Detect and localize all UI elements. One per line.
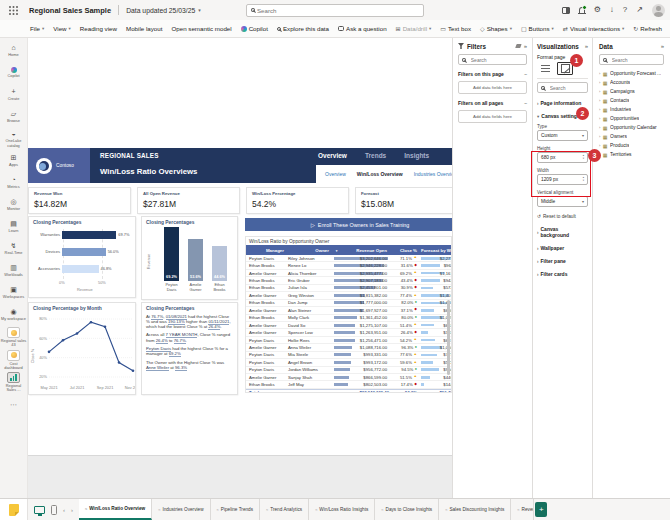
table-row[interactable]: Peyton DavisHollie Rees$1,256,471.0054.2…	[246, 337, 452, 344]
table-row[interactable]: Amelie GarnerAlicia Thornber$2,935,477.0…	[246, 270, 452, 277]
vertical-alignment-select[interactable]: Middle▾	[537, 196, 588, 207]
data-table-products[interactable]: ›▦Products	[599, 141, 664, 150]
filters-search-input[interactable]	[469, 56, 523, 64]
notifications-icon[interactable]	[579, 7, 585, 13]
kpi-card-revenue-won[interactable]: Revenue Won$14.82M	[28, 187, 131, 214]
line-chart-svg[interactable]: 20%40%60%80%May 2021Jul 2021Sep 2021Nov …	[29, 311, 136, 395]
menu-item-data-drill[interactable]: ⊞Data/drill▾	[396, 25, 432, 32]
page-tab-win-loss-ratio-overview[interactable]: ≈Win/Loss Ratio Overview	[79, 499, 152, 520]
add-data-fields-dropzone[interactable]: Add data fields here	[458, 81, 527, 94]
data-table-industries[interactable]: ›▦Industries	[599, 105, 664, 114]
page-tab-win-loss-ratio-insights[interactable]: ≈Win/Loss Ratio Insights	[309, 499, 375, 520]
table-row[interactable]: Ethan BrooksMolly Clark$1,361,452.0080.0…	[246, 315, 452, 322]
app-launcher-icon[interactable]	[5, 2, 21, 18]
add-page-button[interactable]: +	[535, 502, 547, 517]
share-icon[interactable]: ↗	[636, 6, 643, 14]
page-tab-trend-analytics[interactable]: ≈Trend Analytics	[260, 499, 309, 520]
bar-row-devices[interactable]: Devices56.0%	[33, 247, 119, 256]
page-tab-industries-overview[interactable]: ≈Industries Overview	[152, 499, 210, 520]
stepper-icon[interactable]: ▴▾	[583, 155, 584, 160]
kpi-card-win-loss-percentage[interactable]: Win/Loss Percentage54.2%	[246, 187, 349, 214]
menu-item-file[interactable]: File▾	[30, 25, 44, 32]
page-tab-days-to-close-insights[interactable]: ≈Days to Close Insights	[375, 499, 439, 520]
section-filter-cards[interactable]: ›Filter cards	[537, 271, 588, 277]
help-icon[interactable]: ?	[623, 6, 627, 14]
banner-subnav-industries-overview[interactable]: Industries Overview	[414, 171, 452, 177]
collapse-pane-icon[interactable]: »	[661, 43, 664, 49]
data-table-territories[interactable]: ›▦Territories	[599, 150, 664, 159]
filters-on-page-section[interactable]: Filters on this page–	[458, 71, 527, 77]
table-row[interactable]: Peyton DavisJordan Williams$956,772.0094…	[246, 367, 452, 374]
collapse-pane-icon[interactable]: »	[524, 43, 527, 49]
section-canvas-background[interactable]: ›Canvas background	[537, 226, 588, 238]
section-page-information[interactable]: ›Page information	[537, 100, 588, 106]
search-input[interactable]	[255, 6, 419, 15]
menu-item-visual-interactions[interactable]: ⇄Visual interactions▾	[563, 25, 624, 32]
table-row[interactable]: Amelie GarnerSpencer Low$1,263,951.0026.…	[246, 329, 452, 336]
table-row[interactable]: Ethan BrooksDan Jump$1,777,000.0082.0%●$…	[246, 300, 452, 307]
sidebar-item-regional-sales[interactable]: Regional Sales ...	[0, 371, 28, 394]
column-header-revenue-open[interactable]: ▼Revenue Open	[333, 248, 389, 253]
banner-nav-trends[interactable]: Trends	[365, 152, 386, 159]
menu-item-mobile-layout[interactable]: Mobile layout	[126, 25, 162, 32]
download-icon[interactable]: ↓	[610, 6, 614, 14]
smart-narrative-visual[interactable]: Closing Percentages At 76.7%, 01/08/2021…	[141, 302, 238, 395]
data-table-opportunity-calendar[interactable]: ›▦Opportunity Calendar	[599, 123, 664, 132]
settings-gear-icon[interactable]: ⚙	[594, 6, 601, 14]
data-point[interactable]	[132, 369, 135, 372]
banner-subnav-overview[interactable]: Overview	[325, 171, 346, 177]
data-table-opportunities[interactable]: ›▦Opportunities	[599, 114, 664, 123]
sidebar-item-onelake-catalog[interactable]: ◒OneLake catalog	[0, 128, 28, 150]
sidebar-item-apps[interactable]: ⊞Apps	[0, 150, 28, 172]
data-point[interactable]	[90, 320, 93, 323]
bar-row-warranties[interactable]: Warranties69.7%	[33, 230, 129, 239]
collapse-section-icon[interactable]: –	[524, 100, 527, 106]
sidebar-item-copilot[interactable]: Copilot	[0, 62, 28, 84]
report-canvas[interactable]: Contoso REGIONAL SALES Win/Loss Ratio Ov…	[28, 38, 452, 455]
menu-item-view[interactable]: View▾	[53, 25, 71, 32]
filters-search[interactable]	[458, 54, 527, 65]
add-data-fields-dropzone[interactable]: Add data fields here	[458, 110, 527, 123]
banner-nav-insights[interactable]: Insights	[404, 152, 429, 159]
page-tab-sales-discounting-insights[interactable]: ≈Sales Discounting Insights	[439, 499, 511, 520]
bottom-left-app-tab[interactable]	[0, 499, 28, 520]
sidebar-item-browse[interactable]: ▱Browse	[0, 106, 28, 128]
sidebar-item-regional-sales-43[interactable]: Regional sales 43	[0, 326, 28, 349]
sidebar-item-real-time[interactable]: ↯Real-Time	[0, 238, 28, 260]
sidebar-item-create[interactable]: +Create	[0, 84, 28, 106]
menu-item-text-box[interactable]: ▭Text box	[440, 25, 471, 32]
closing-percentages-column-chart[interactable]: Closing Percentages Revenue69.2%Peyton D…	[141, 216, 238, 300]
column-header-forecast-by-win-loss[interactable]: Forecast by Win/Loss	[419, 248, 452, 253]
banner-subnav-win-loss-overview[interactable]: Win/Loss Overview	[357, 171, 403, 177]
data-table-contacts[interactable]: ›▦Contacts	[599, 96, 664, 105]
table-row[interactable]: Amelie GarnerAlan Steiner$1,697,927.0037…	[246, 307, 452, 314]
sidebar-item-home[interactable]: ⌂Home	[0, 40, 28, 62]
data-point[interactable]	[118, 361, 121, 364]
menu-item-explore-this-data[interactable]: Explore this data	[277, 25, 329, 32]
kpi-card-all-open-revenue[interactable]: All Open Revenue$27.81M	[137, 187, 240, 214]
menu-item-open-semantic-model[interactable]: Open semantic model	[171, 25, 231, 32]
format-search[interactable]	[537, 82, 588, 93]
data-updated-label[interactable]: Data updated 25/03/25	[126, 7, 195, 14]
page-tab-revenue-insights[interactable]: ≈Revenue Insights	[511, 499, 534, 520]
section-filter-pane[interactable]: ›Filter pane	[537, 258, 588, 264]
data-table-accounts[interactable]: ›▦Accounts	[599, 78, 664, 87]
data-column-peyton-davis[interactable]	[164, 227, 179, 281]
stepper-icon[interactable]: ▴▾	[583, 177, 584, 182]
menu-item-copilot[interactable]: Copilot	[241, 25, 268, 32]
data-point[interactable]	[62, 338, 65, 341]
closing-percentage-by-month-line-chart[interactable]: Closing Percentage by Month 20%40%60%80%…	[28, 302, 136, 395]
data-search-input[interactable]	[610, 56, 660, 64]
build-visual-tab[interactable]	[537, 62, 553, 75]
filters-on-all-pages-section[interactable]: Filters on all pages–	[458, 100, 527, 106]
user-avatar[interactable]	[652, 4, 665, 17]
table-row[interactable]: Amelie GarnerAnna Weiler$1,088,716.0096.…	[246, 344, 452, 351]
menu-item-buttons[interactable]: ▢Buttons▾	[521, 25, 554, 32]
canvas-scrollbar[interactable]	[447, 300, 450, 375]
sidebar-item-metrics[interactable]: ◔Metrics	[0, 172, 28, 194]
table-row[interactable]: Peyton DavisAngel Brown$993,172.0059.6%▲…	[246, 359, 452, 366]
banner-nav-overview[interactable]: Overview	[318, 152, 347, 159]
sidebar-item-learn[interactable]: ▤Learn	[0, 216, 28, 238]
canvas-height-input[interactable]: 680 px▴▾	[537, 152, 588, 163]
global-search[interactable]	[246, 4, 424, 17]
